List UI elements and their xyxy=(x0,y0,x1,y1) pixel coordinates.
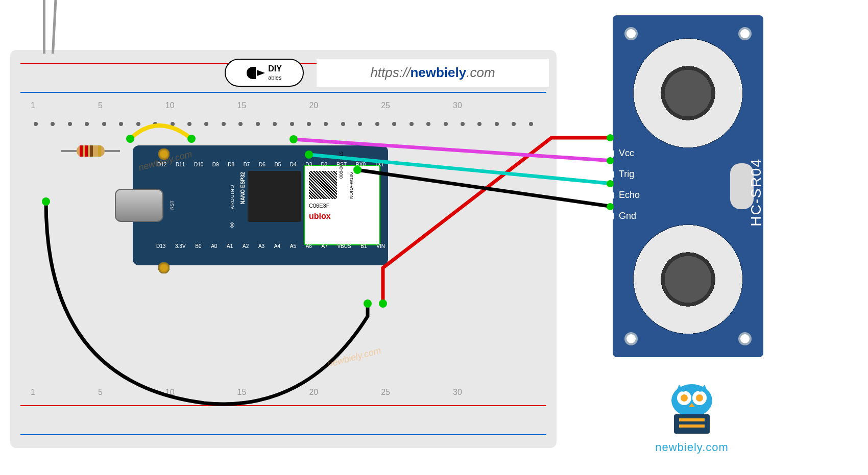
svg-point-5 xyxy=(42,197,50,206)
wire-yellow-jumper xyxy=(130,126,191,139)
svg-point-10 xyxy=(607,180,614,187)
svg-point-16 xyxy=(696,394,703,402)
svg-point-1 xyxy=(305,151,313,159)
svg-point-8 xyxy=(607,134,614,141)
svg-point-6 xyxy=(126,135,134,143)
svg-rect-20 xyxy=(674,414,710,434)
wire-red-vcc xyxy=(383,138,613,304)
wire-black-gnd-sensor xyxy=(357,170,613,207)
wiring-overlay xyxy=(0,0,868,475)
svg-point-15 xyxy=(681,394,688,402)
svg-point-9 xyxy=(607,157,614,164)
owl-icon xyxy=(656,378,728,439)
svg-point-11 xyxy=(607,203,614,210)
newbiely-logo-text: newbiely.com xyxy=(648,441,735,454)
wire-black-gnd-led xyxy=(46,202,368,404)
svg-point-3 xyxy=(379,299,387,308)
newbiely-logo: newbiely.com xyxy=(648,378,735,454)
svg-point-7 xyxy=(187,135,196,143)
svg-point-2 xyxy=(353,166,361,174)
svg-rect-22 xyxy=(679,424,705,428)
svg-point-4 xyxy=(364,299,372,308)
svg-point-0 xyxy=(290,135,298,143)
svg-rect-21 xyxy=(679,418,705,421)
